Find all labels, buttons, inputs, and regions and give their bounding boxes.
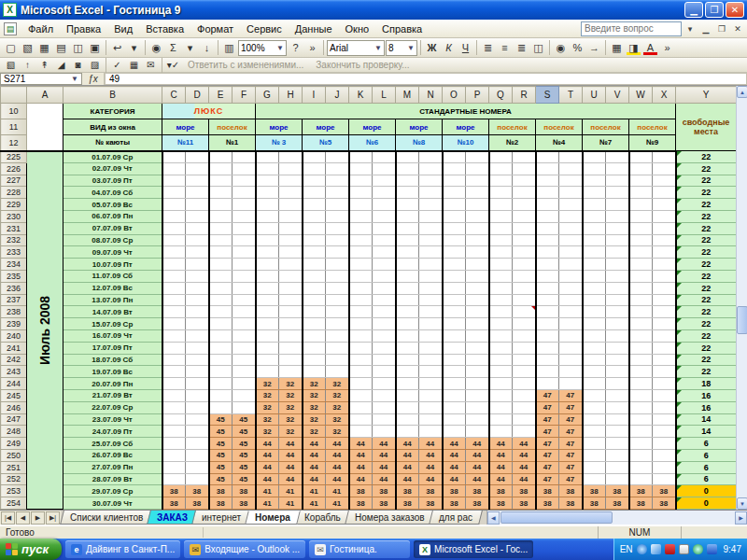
cell-K251[interactable]: 44: [349, 461, 373, 473]
cell-V254[interactable]: 38: [606, 497, 629, 510]
cell-W242[interactable]: [629, 354, 653, 366]
cell-U226[interactable]: [583, 162, 606, 175]
cell-P230[interactable]: [466, 210, 489, 222]
cell-P226[interactable]: [466, 162, 489, 175]
cell-H232[interactable]: [279, 234, 303, 246]
scroll-down-icon[interactable]: ▼: [737, 497, 747, 510]
cell-O231[interactable]: [443, 222, 466, 234]
cell-E240[interactable]: [209, 329, 233, 342]
save-icon[interactable]: ▦: [36, 40, 52, 56]
cell-S240[interactable]: [536, 329, 559, 342]
cell-R239[interactable]: [513, 318, 536, 330]
cell-X252[interactable]: [653, 473, 676, 485]
cell-T246[interactable]: 47: [559, 401, 583, 413]
cell-U239[interactable]: [583, 318, 606, 330]
cell-X236[interactable]: [653, 282, 676, 294]
cell-H253[interactable]: 41: [279, 485, 303, 497]
cell-X237[interactable]: [653, 294, 676, 306]
cell-N230[interactable]: [419, 210, 443, 222]
row-header-242[interactable]: 242: [1, 354, 27, 366]
tray-window-icon[interactable]: [707, 544, 717, 554]
cell-W233[interactable]: [629, 246, 653, 259]
cell-X246[interactable]: [653, 401, 676, 413]
cell-S244[interactable]: [536, 378, 559, 390]
cell-K229[interactable]: [349, 199, 373, 211]
cell-T236[interactable]: [559, 282, 583, 294]
checkmark-icon[interactable]: ✓: [109, 59, 125, 72]
cell-L225[interactable]: [373, 151, 396, 163]
column-header-M[interactable]: M: [396, 87, 419, 104]
zoom-dropdown-icon[interactable]: ▼: [274, 44, 284, 52]
cell-L239[interactable]: [373, 318, 396, 330]
cell-J249[interactable]: 44: [326, 438, 349, 450]
cell-U234[interactable]: [583, 259, 606, 271]
cell-M230[interactable]: [396, 210, 419, 222]
cell-O242[interactable]: [443, 354, 466, 366]
cell-G240[interactable]: [256, 329, 279, 342]
toolbar-options-icon[interactable]: »: [659, 40, 675, 56]
cell-R248[interactable]: [513, 426, 536, 438]
cell-S226[interactable]: [536, 162, 559, 175]
cell-Q236[interactable]: [489, 282, 513, 294]
cell-U229[interactable]: [583, 199, 606, 211]
cell-G249[interactable]: 44: [256, 438, 279, 450]
vertical-scrollbar[interactable]: ▲ ▼: [736, 86, 747, 510]
cell-N232[interactable]: [419, 234, 443, 246]
cell-Q231[interactable]: [489, 222, 513, 234]
undo-dropdown-icon[interactable]: ▾: [126, 40, 142, 56]
cell-Q225[interactable]: [489, 151, 513, 163]
row-header-244[interactable]: 244: [1, 378, 27, 390]
cell-I231[interactable]: [303, 222, 326, 234]
cell-S237[interactable]: [536, 294, 559, 306]
cell-P253[interactable]: 38: [466, 485, 489, 497]
cell-C253[interactable]: 38: [162, 485, 186, 497]
cell-N237[interactable]: [419, 294, 443, 306]
cell-B226[interactable]: 02.07.09 Чт: [63, 162, 162, 175]
cell-C246[interactable]: [162, 401, 186, 413]
book-restore-button[interactable]: ❐: [714, 21, 729, 35]
cell-D253[interactable]: 38: [186, 485, 209, 497]
cell-S243[interactable]: [536, 366, 559, 378]
cell-O240[interactable]: [443, 329, 466, 342]
cell-N244[interactable]: [419, 378, 443, 390]
cell-N236[interactable]: [419, 282, 443, 294]
cell-G241[interactable]: [256, 342, 279, 354]
cell-W235[interactable]: [629, 270, 653, 282]
cell-U244[interactable]: [583, 378, 606, 390]
cell-G231[interactable]: [256, 222, 279, 234]
cell-O230[interactable]: [443, 210, 466, 222]
cell-Y240[interactable]: 22: [676, 329, 737, 342]
cell-I246[interactable]: 32: [303, 401, 326, 413]
cell-W244[interactable]: [629, 378, 653, 390]
cell-Y245[interactable]: 16: [676, 389, 737, 401]
cell-K250[interactable]: 44: [349, 449, 373, 461]
cell-L244[interactable]: [373, 378, 396, 390]
column-header-E[interactable]: E: [209, 87, 233, 104]
cell-U247[interactable]: [583, 413, 606, 426]
cell-R244[interactable]: [513, 378, 536, 390]
row-header-226[interactable]: 226: [1, 162, 27, 175]
cell-S238[interactable]: [536, 306, 559, 318]
cell-C254[interactable]: 38: [162, 497, 186, 510]
cell-R240[interactable]: [513, 329, 536, 342]
cell-S231[interactable]: [536, 222, 559, 234]
cell-M245[interactable]: [396, 389, 419, 401]
cell-S229[interactable]: [536, 199, 559, 211]
cell-U236[interactable]: [583, 282, 606, 294]
taskbar-task-1[interactable]: eДайвинг в Санкт-П...: [65, 540, 180, 558]
cell-H242[interactable]: [279, 354, 303, 366]
cell-R241[interactable]: [513, 342, 536, 354]
cell-H229[interactable]: [279, 199, 303, 211]
cell-H234[interactable]: [279, 259, 303, 271]
help-icon[interactable]: ?: [288, 40, 303, 56]
cell-G225[interactable]: [256, 151, 279, 163]
cell-V232[interactable]: [606, 234, 629, 246]
cell-S232[interactable]: [536, 234, 559, 246]
cell-B252[interactable]: 28.07.09 Вт: [63, 473, 162, 485]
cell-D236[interactable]: [186, 282, 209, 294]
cell-H230[interactable]: [279, 210, 303, 222]
cell-Q228[interactable]: [489, 187, 513, 199]
column-header-Q[interactable]: Q: [489, 87, 513, 104]
cell-O246[interactable]: [443, 401, 466, 413]
cell-G250[interactable]: 44: [256, 449, 279, 461]
